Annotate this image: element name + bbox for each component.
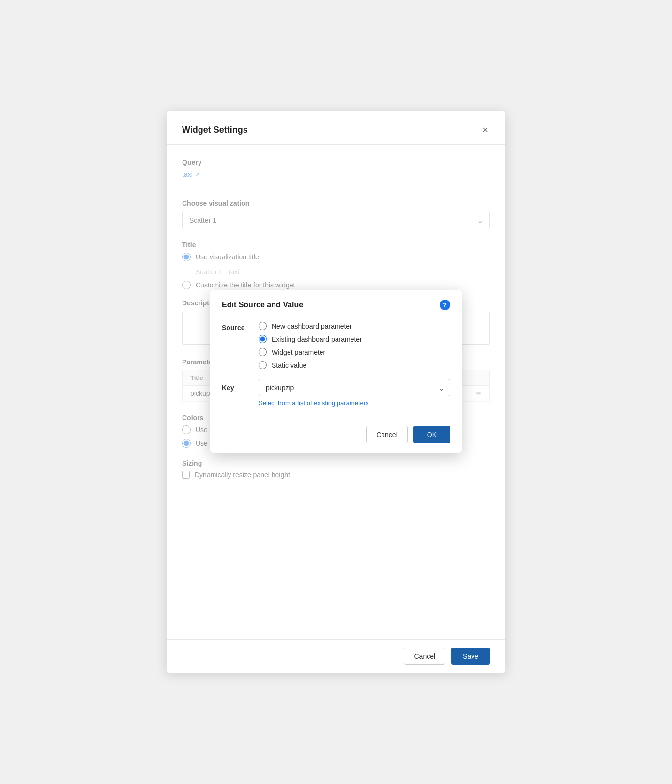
key-dropdown-wrapper: pickupzip ⌄ (259, 379, 450, 396)
new-dashboard-param-radio[interactable] (259, 322, 267, 330)
existing-dashboard-param-label[interactable]: Existing dashboard parameter (272, 335, 362, 343)
static-value-item: Static value (259, 361, 362, 369)
main-cancel-button[interactable]: Cancel (404, 648, 445, 665)
edit-ok-button[interactable]: OK (413, 426, 450, 443)
main-dialog-title: Widget Settings (182, 125, 248, 135)
main-dialog: Widget Settings × Query taxi ↗ Choose vi… (167, 111, 505, 673)
static-value-label[interactable]: Static value (272, 362, 306, 369)
main-save-button[interactable]: Save (451, 648, 490, 665)
source-label: Source (222, 322, 249, 332)
key-hint: Select from a list of existing parameter… (259, 399, 450, 407)
existing-dashboard-param-item: Existing dashboard parameter (259, 335, 362, 343)
edit-cancel-button[interactable]: Cancel (366, 426, 408, 443)
key-row: Key pickupzip ⌄ (222, 379, 450, 396)
edit-dialog-footer: Cancel OK (210, 426, 462, 453)
edit-source-dialog: Edit Source and Value ? Source New dashb… (210, 290, 462, 453)
widget-param-item: Widget parameter (259, 348, 362, 356)
edit-dialog-title: Edit Source and Value (222, 301, 303, 309)
source-radio-group: New dashboard parameter Existing dashboa… (259, 322, 362, 369)
help-icon[interactable]: ? (440, 300, 450, 310)
main-dialog-footer: Cancel Save (167, 639, 505, 673)
static-value-radio[interactable] (259, 361, 267, 369)
main-dialog-content: Query taxi ↗ Choose visualization Scatte… (167, 145, 505, 639)
edit-dialog-body: Source New dashboard parameter Existing … (210, 318, 462, 426)
main-dialog-header: Widget Settings × (167, 111, 505, 145)
existing-dashboard-param-radio[interactable] (259, 335, 267, 343)
edit-dialog-header: Edit Source and Value ? (210, 290, 462, 318)
widget-param-label[interactable]: Widget parameter (272, 348, 325, 356)
key-dropdown[interactable]: pickupzip (259, 379, 450, 396)
widget-param-radio[interactable] (259, 348, 267, 356)
new-dashboard-param-item: New dashboard parameter (259, 322, 362, 330)
key-label: Key (222, 379, 249, 392)
new-dashboard-param-label[interactable]: New dashboard parameter (272, 322, 352, 330)
main-close-button[interactable]: × (480, 123, 490, 136)
source-row: Source New dashboard parameter Existing … (222, 322, 450, 369)
